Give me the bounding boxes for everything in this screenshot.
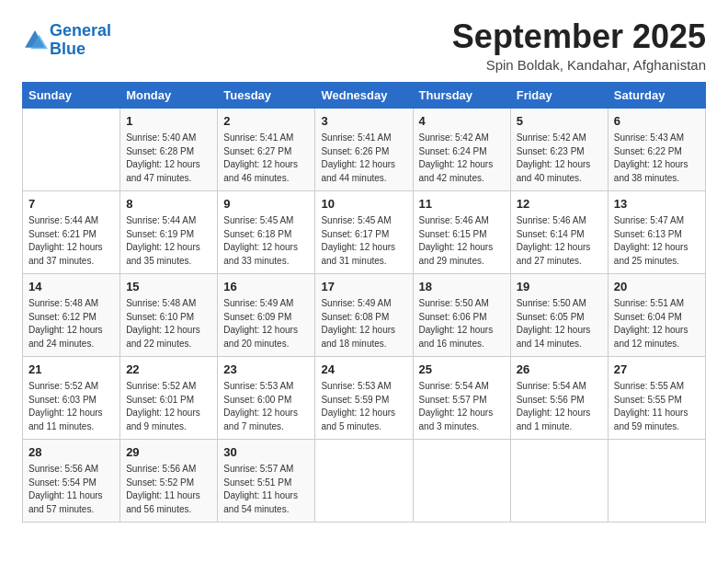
calendar-cell: 3Sunrise: 5:41 AM Sunset: 6:26 PM Daylig… — [315, 108, 413, 190]
calendar-cell: 5Sunrise: 5:42 AM Sunset: 6:23 PM Daylig… — [510, 108, 608, 190]
col-header-friday: Friday — [510, 82, 608, 108]
day-info: Sunrise: 5:53 AM Sunset: 5:59 PM Dayligh… — [321, 380, 406, 433]
calendar-cell: 8Sunrise: 5:44 AM Sunset: 6:19 PM Daylig… — [120, 190, 218, 273]
calendar-cell — [510, 439, 608, 522]
day-number: 12 — [517, 196, 602, 213]
day-number: 17 — [321, 279, 406, 296]
day-info: Sunrise: 5:47 AM Sunset: 6:13 PM Dayligh… — [614, 214, 700, 268]
day-info: Sunrise: 5:41 AM Sunset: 6:27 PM Dayligh… — [223, 132, 309, 185]
day-number: 7 — [28, 196, 114, 213]
calendar-cell: 15Sunrise: 5:48 AM Sunset: 6:10 PM Dayli… — [120, 273, 218, 356]
day-number: 2 — [223, 113, 309, 131]
day-info: Sunrise: 5:51 AM Sunset: 6:04 PM Dayligh… — [614, 297, 700, 350]
calendar-week-row: 1Sunrise: 5:40 AM Sunset: 6:28 PM Daylig… — [23, 108, 706, 190]
day-number: 5 — [517, 113, 602, 131]
day-info: Sunrise: 5:50 AM Sunset: 6:05 PM Dayligh… — [517, 297, 602, 350]
col-header-thursday: Thursday — [413, 82, 510, 108]
day-number: 9 — [223, 196, 309, 213]
logo-line2: Blue — [50, 40, 85, 58]
day-number: 22 — [126, 362, 211, 379]
day-number: 1 — [126, 113, 211, 131]
page-header: General Blue September 2025 Spin Boldak,… — [22, 18, 706, 73]
calendar-cell: 17Sunrise: 5:49 AM Sunset: 6:08 PM Dayli… — [315, 273, 413, 356]
day-info: Sunrise: 5:49 AM Sunset: 6:08 PM Dayligh… — [321, 297, 406, 350]
calendar-cell: 23Sunrise: 5:53 AM Sunset: 6:00 PM Dayli… — [218, 356, 315, 439]
day-info: Sunrise: 5:40 AM Sunset: 6:28 PM Dayligh… — [126, 132, 211, 185]
calendar-cell: 22Sunrise: 5:52 AM Sunset: 6:01 PM Dayli… — [120, 356, 218, 439]
calendar-cell: 16Sunrise: 5:49 AM Sunset: 6:09 PM Dayli… — [218, 273, 315, 356]
calendar-cell: 9Sunrise: 5:45 AM Sunset: 6:18 PM Daylig… — [218, 190, 315, 273]
calendar-cell: 30Sunrise: 5:57 AM Sunset: 5:51 PM Dayli… — [218, 439, 315, 522]
day-number: 26 — [517, 362, 602, 379]
day-number: 15 — [126, 279, 211, 296]
calendar-cell: 10Sunrise: 5:45 AM Sunset: 6:17 PM Dayli… — [315, 190, 413, 273]
day-info: Sunrise: 5:42 AM Sunset: 6:24 PM Dayligh… — [419, 132, 505, 185]
calendar-cell: 18Sunrise: 5:50 AM Sunset: 6:06 PM Dayli… — [413, 273, 510, 356]
calendar-cell: 1Sunrise: 5:40 AM Sunset: 6:28 PM Daylig… — [120, 108, 218, 190]
day-info: Sunrise: 5:45 AM Sunset: 6:18 PM Dayligh… — [223, 214, 309, 268]
day-info: Sunrise: 5:42 AM Sunset: 6:23 PM Dayligh… — [517, 132, 602, 185]
calendar-cell: 25Sunrise: 5:54 AM Sunset: 5:57 PM Dayli… — [413, 356, 510, 439]
day-number: 24 — [321, 362, 406, 379]
calendar-cell — [315, 439, 413, 522]
day-info: Sunrise: 5:53 AM Sunset: 6:00 PM Dayligh… — [223, 380, 309, 433]
col-header-tuesday: Tuesday — [218, 82, 315, 108]
day-number: 6 — [614, 113, 700, 131]
day-info: Sunrise: 5:56 AM Sunset: 5:54 PM Dayligh… — [28, 463, 114, 516]
day-number: 13 — [614, 196, 700, 213]
calendar-cell: 19Sunrise: 5:50 AM Sunset: 6:05 PM Dayli… — [510, 273, 608, 356]
day-info: Sunrise: 5:54 AM Sunset: 5:57 PM Dayligh… — [419, 380, 505, 433]
calendar-cell: 29Sunrise: 5:56 AM Sunset: 5:52 PM Dayli… — [120, 439, 218, 522]
col-header-monday: Monday — [120, 82, 218, 108]
day-info: Sunrise: 5:56 AM Sunset: 5:52 PM Dayligh… — [126, 463, 211, 516]
day-number: 28 — [28, 444, 114, 462]
calendar-cell: 20Sunrise: 5:51 AM Sunset: 6:04 PM Dayli… — [608, 273, 705, 356]
day-number: 16 — [223, 279, 309, 296]
day-info: Sunrise: 5:57 AM Sunset: 5:51 PM Dayligh… — [223, 463, 309, 516]
day-info: Sunrise: 5:50 AM Sunset: 6:06 PM Dayligh… — [419, 297, 505, 350]
day-info: Sunrise: 5:49 AM Sunset: 6:09 PM Dayligh… — [223, 297, 309, 350]
calendar-table: SundayMondayTuesdayWednesdayThursdayFrid… — [22, 82, 706, 523]
day-info: Sunrise: 5:43 AM Sunset: 6:22 PM Dayligh… — [614, 132, 700, 185]
day-number: 8 — [126, 196, 211, 213]
col-header-sunday: Sunday — [23, 82, 120, 108]
calendar-cell: 28Sunrise: 5:56 AM Sunset: 5:54 PM Dayli… — [23, 439, 120, 522]
calendar-body: 1Sunrise: 5:40 AM Sunset: 6:28 PM Daylig… — [23, 108, 706, 522]
calendar-cell: 4Sunrise: 5:42 AM Sunset: 6:24 PM Daylig… — [413, 108, 510, 190]
location-subtitle: Spin Boldak, Kandahar, Afghanistan — [452, 57, 706, 73]
calendar-cell: 21Sunrise: 5:52 AM Sunset: 6:03 PM Dayli… — [23, 356, 120, 439]
calendar-cell: 26Sunrise: 5:54 AM Sunset: 5:56 PM Dayli… — [510, 356, 608, 439]
title-block: September 2025 Spin Boldak, Kandahar, Af… — [452, 18, 706, 73]
day-number: 29 — [126, 444, 211, 462]
day-info: Sunrise: 5:44 AM Sunset: 6:19 PM Dayligh… — [126, 214, 211, 268]
day-number: 21 — [28, 362, 114, 379]
calendar-cell: 2Sunrise: 5:41 AM Sunset: 6:27 PM Daylig… — [218, 108, 315, 190]
calendar-cell: 24Sunrise: 5:53 AM Sunset: 5:59 PM Dayli… — [315, 356, 413, 439]
logo: General Blue — [22, 22, 111, 59]
calendar-cell: 12Sunrise: 5:46 AM Sunset: 6:14 PM Dayli… — [510, 190, 608, 273]
day-number: 10 — [321, 196, 406, 213]
day-number: 4 — [419, 113, 505, 131]
day-number: 27 — [614, 362, 700, 379]
day-number: 25 — [419, 362, 505, 379]
day-number: 19 — [517, 279, 602, 296]
day-info: Sunrise: 5:52 AM Sunset: 6:03 PM Dayligh… — [28, 380, 114, 433]
day-info: Sunrise: 5:52 AM Sunset: 6:01 PM Dayligh… — [126, 380, 211, 433]
col-header-wednesday: Wednesday — [315, 82, 413, 108]
day-number: 11 — [419, 196, 505, 213]
calendar-cell: 6Sunrise: 5:43 AM Sunset: 6:22 PM Daylig… — [608, 108, 705, 190]
calendar-cell — [23, 108, 120, 190]
day-info: Sunrise: 5:44 AM Sunset: 6:21 PM Dayligh… — [28, 214, 114, 268]
calendar-cell: 13Sunrise: 5:47 AM Sunset: 6:13 PM Dayli… — [608, 190, 705, 273]
day-number: 23 — [223, 362, 309, 379]
day-number: 30 — [223, 444, 309, 462]
day-info: Sunrise: 5:41 AM Sunset: 6:26 PM Dayligh… — [321, 132, 406, 185]
calendar-cell: 14Sunrise: 5:48 AM Sunset: 6:12 PM Dayli… — [23, 273, 120, 356]
calendar-cell: 7Sunrise: 5:44 AM Sunset: 6:21 PM Daylig… — [23, 190, 120, 273]
calendar-header-row: SundayMondayTuesdayWednesdayThursdayFrid… — [23, 82, 706, 108]
calendar-week-row: 21Sunrise: 5:52 AM Sunset: 6:03 PM Dayli… — [23, 356, 706, 439]
day-info: Sunrise: 5:55 AM Sunset: 5:55 PM Dayligh… — [614, 380, 700, 433]
calendar-week-row: 14Sunrise: 5:48 AM Sunset: 6:12 PM Dayli… — [23, 273, 706, 356]
calendar-cell — [413, 439, 510, 522]
logo-line1: General — [50, 21, 111, 40]
